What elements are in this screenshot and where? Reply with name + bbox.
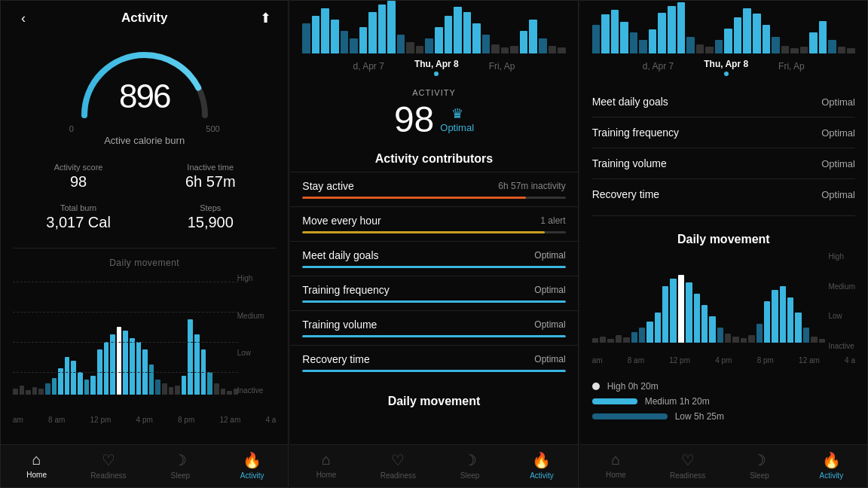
panel1-content: 896 0 500 Active calorie burn Activity s… <box>1 32 288 444</box>
contributors-title: Activity contributors <box>290 145 577 172</box>
activity-header: ACTIVITY 98 ♛ Optimal <box>290 81 577 145</box>
time-6: 4 a <box>265 416 276 424</box>
gauge-subtitle: Active calorie burn <box>104 135 185 146</box>
time-1: 8 am <box>48 416 65 424</box>
gauge-arc: 896 <box>69 40 220 123</box>
tab-readiness-p1[interactable]: ♡ Readiness <box>72 451 144 480</box>
panel-metrics: d, Apr 7 Thu, Apr 8 Fri, Ap Meet daily g… <box>579 0 868 488</box>
crown-optimal: ♛ Optimal <box>440 105 474 133</box>
date-prev-p2: d, Apr 7 <box>353 61 384 72</box>
tab-activity-p2[interactable]: 🔥 Activity <box>506 451 577 480</box>
chart-label-low: Low <box>237 349 264 357</box>
panel3-tabbar: ⌂ Home ♡ Readiness ☽ Sleep 🔥 Activity <box>580 444 867 487</box>
legend-high: High 0h 20m <box>592 381 855 392</box>
contributor-value-3: Optimal <box>534 285 565 295</box>
tab-home-label-p3: Home <box>606 471 626 479</box>
contributor-training-vol: Training volume Optimal <box>290 310 577 345</box>
mov-time-4: 8 pm <box>757 356 774 364</box>
stat-total-burn: Total burn 3,017 Cal <box>13 197 144 237</box>
panel2-content: ACTIVITY 98 ♛ Optimal Activity contribut… <box>290 81 577 444</box>
stat-label-1: Inactive time <box>148 163 273 172</box>
contributor-name-4: Training volume <box>302 319 377 331</box>
metric-name-1: Training frequency <box>592 127 679 139</box>
sleep-icon-p1: ☽ <box>173 451 187 469</box>
back-icon[interactable]: ‹ <box>13 11 34 26</box>
progress-bg-5 <box>302 370 565 372</box>
tab-home-p1[interactable]: ⌂ Home <box>1 451 72 480</box>
metric-row-1: Training frequency Optimal <box>592 117 855 148</box>
home-icon-p2: ⌂ <box>322 451 331 468</box>
legend-bar-low <box>592 413 668 419</box>
legend-text-low: Low 5h 25m <box>675 411 724 422</box>
tab-readiness-p2[interactable]: ♡ Readiness <box>362 451 434 480</box>
metrics-list: Meet daily goals Optimal Training freque… <box>580 81 867 215</box>
activity-label: ACTIVITY <box>290 88 577 97</box>
contributor-value-0: 6h 57m inactivity <box>498 181 565 191</box>
date-strip-p3: d, Apr 7 Thu, Apr 8 Fri, Ap <box>580 53 867 81</box>
tab-sleep-p1[interactable]: ☽ Sleep <box>145 451 216 480</box>
tab-readiness-label-p3: Readiness <box>670 471 705 480</box>
share-icon[interactable]: ⬆ <box>255 10 276 26</box>
mov-label-medium: Medium <box>828 282 855 291</box>
activity-icon-p3: 🔥 <box>822 451 841 469</box>
gauge-labels: 0 500 <box>69 124 220 133</box>
tab-activity-label-p1: Activity <box>240 471 264 480</box>
stat-value-2: 3,017 Cal <box>16 214 141 231</box>
time-2: 12 pm <box>90 416 112 424</box>
mov-label-low: Low <box>828 312 855 320</box>
legend-dot-high <box>592 383 600 390</box>
movement-bars <box>592 252 855 343</box>
gauge-max: 500 <box>206 124 219 133</box>
tab-home-p2[interactable]: ⌂ Home <box>290 451 362 480</box>
legend-section: High 0h 20m Medium 1h 20m Low 5h 25m <box>580 375 867 432</box>
contributor-name-0: Stay active <box>302 180 353 192</box>
metric-row-2: Training volume Optimal <box>592 148 855 179</box>
stat-steps: Steps 15,900 <box>145 197 276 237</box>
progress-fill-0 <box>302 197 526 199</box>
readiness-icon-p3: ♡ <box>681 451 695 469</box>
legend-bar-medium <box>592 398 637 404</box>
tab-activity-p3[interactable]: 🔥 Activity <box>796 451 867 480</box>
tab-readiness-p3[interactable]: ♡ Readiness <box>652 451 723 480</box>
mov-label-high: High <box>828 252 855 261</box>
tab-activity-label-p3: Activity <box>819 471 843 480</box>
metric-status-1: Optimal <box>821 127 855 139</box>
divider1 <box>13 248 276 249</box>
date-indicator-p2 <box>434 72 439 76</box>
stat-label-3: Steps <box>148 203 273 212</box>
home-icon-p3: ⌂ <box>611 451 620 468</box>
activity-icon-p1: 🔥 <box>243 451 261 469</box>
chart-labels-right: High Medium Low Inactive <box>237 274 264 395</box>
stat-value-3: 15,900 <box>148 214 273 231</box>
contributor-daily-goals: Meet daily goals Optimal <box>290 241 577 276</box>
gauge-number: 896 <box>119 78 170 115</box>
panel-activity-gauge: ‹ Activity ⬆ 896 <box>0 0 289 488</box>
divider-p3 <box>592 215 855 216</box>
tab-sleep-p3[interactable]: ☽ Sleep <box>723 451 795 480</box>
tab-activity-p1[interactable]: 🔥 Activity <box>216 451 288 480</box>
legend-medium: Medium 1h 20m <box>592 396 855 407</box>
metric-name-2: Training volume <box>592 157 667 169</box>
date-next-p3: Fri, Ap <box>778 61 805 72</box>
readiness-icon-p1: ♡ <box>102 451 115 469</box>
mov-time-2: 12 pm <box>669 356 690 364</box>
tab-home-label-p1: Home <box>26 471 47 479</box>
chart-label-inactive: Inactive <box>237 386 264 395</box>
mov-time-1: 8 am <box>628 356 644 364</box>
tab-sleep-p2[interactable]: ☽ Sleep <box>434 451 506 480</box>
home-icon-p1: ⌂ <box>32 451 41 468</box>
progress-bg-1 <box>302 231 565 233</box>
progress-bg-2 <box>302 266 565 268</box>
gauge-min: 0 <box>69 124 74 133</box>
gauge-section: 896 0 500 Active calorie burn <box>1 32 288 157</box>
progress-bg-3 <box>302 300 565 303</box>
daily-movement-title: Daily movement <box>1 258 288 268</box>
stat-inactive-time: Inactive time 6h 57m <box>145 157 276 197</box>
readiness-icon-p2: ♡ <box>391 451 405 469</box>
tab-home-p3[interactable]: ⌂ Home <box>580 451 652 480</box>
activity-score-row: 98 ♛ Optimal <box>290 99 577 140</box>
metric-status-3: Optimal <box>821 189 855 200</box>
date-active-p3: Thu, Apr 8 <box>704 56 748 76</box>
metric-row-3: Recovery time Optimal <box>592 179 855 209</box>
optimal-label: Optimal <box>440 122 474 133</box>
